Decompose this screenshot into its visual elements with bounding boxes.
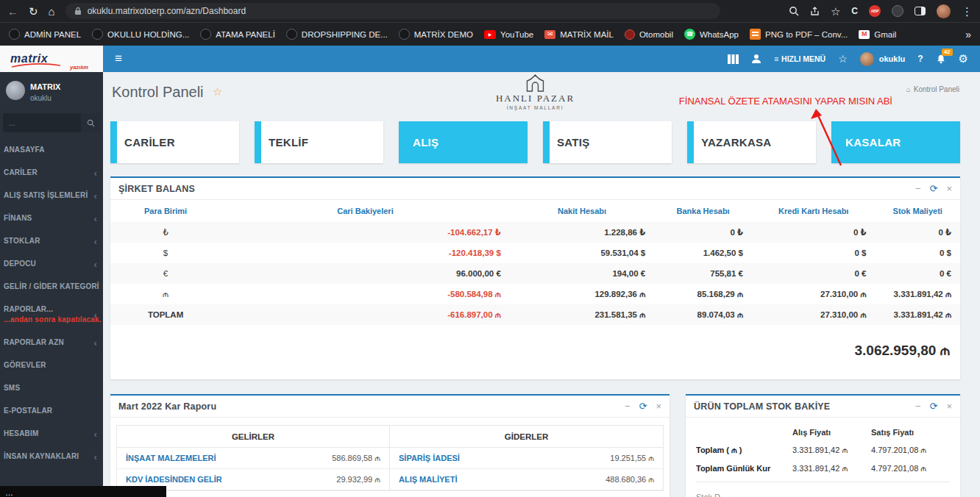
navbar-actions: ≡ HIZLI MENÜ ☆ okuklu ? 42 ⚙ <box>728 52 980 66</box>
close-icon[interactable]: × <box>946 184 952 193</box>
help-icon[interactable]: ? <box>917 54 923 64</box>
bookmark-okullu-holding[interactable]: OKULLU HOLDİNG... <box>92 29 189 40</box>
bookmark-png-to-pdf[interactable]: PNG to PDF – Conv... <box>750 29 848 40</box>
sidebar-item-hesabim[interactable]: HESABIM‹ <box>0 422 103 445</box>
kar-table: GELİRLER İNŞAAT MALZEMELERİ 586.869,58 ₼… <box>116 425 664 491</box>
gider-link[interactable]: ALIŞ MALİYETİ <box>399 475 457 484</box>
sidebar-toggle-icon[interactable]: ≡ <box>115 51 122 66</box>
table-row-eur: € 96.000,00 € 194,00 € 755,81 € 0 € 0 € <box>110 263 960 284</box>
panel-header: ÜRÜN TOPLAM STOK BAKİYE − ⟳ × <box>686 396 960 418</box>
bookmark-atama-paneli[interactable]: ATAMA PANELİ <box>200 29 275 40</box>
sidebar-item-insan-kaynaklari[interactable]: İNSAN KAYNAKLARI‹ <box>0 445 103 468</box>
whatsapp-icon: ☎ <box>684 29 695 40</box>
tile-teklif[interactable]: TEKLİF <box>255 121 383 163</box>
sidebar-item-raporlar[interactable]: RAPORLAR... ‹ ...andan sonra kapatılacak… <box>0 298 103 331</box>
user-icon[interactable] <box>751 54 761 64</box>
browser-profile-avatar[interactable] <box>937 4 951 18</box>
tile-alis[interactable]: ALIŞ <box>399 121 528 163</box>
table-row-toplam: TOPLAM -616.897,00 ₼ 231.581,35 ₼ 89.074… <box>110 304 960 325</box>
sidebar-item-cariler[interactable]: CARİLER‹ <box>0 161 103 184</box>
refresh-icon[interactable]: ↻ <box>29 6 38 17</box>
bookmark-star-icon[interactable]: ☆ <box>831 6 840 17</box>
home-icon[interactable]: ⌂ <box>49 6 55 17</box>
matrix-logo[interactable]: matrix yazılım <box>0 46 103 72</box>
sidebar: MATRIX okuklu ANASAYFA CARİLER‹ ALIŞ SAT… <box>0 72 103 497</box>
browser-menu-icon[interactable]: ⋮ <box>962 6 973 17</box>
sidebar-item-gorevler[interactable]: GÖREVLER <box>0 354 103 376</box>
bookmark-whatsapp[interactable]: ☎ WhatsApp <box>684 29 739 40</box>
table-row-usd: $ -120.418,39 $ 59.531,04 $ 1.462,50 $ 0… <box>110 243 960 263</box>
columns-icon[interactable] <box>728 54 739 64</box>
extension-dark-icon[interactable] <box>892 5 903 17</box>
tile-kasalar[interactable]: KASALAR <box>831 121 960 163</box>
tile-cariler[interactable]: CARİLER <box>110 121 239 163</box>
sidebar-item-gelir-gider[interactable]: GELİR / GİDER KATEGORİ <box>0 275 103 298</box>
user-avatar <box>860 52 874 66</box>
sidebar-item-stoklar[interactable]: STOKLAR‹ <box>0 229 103 252</box>
sidebar-user-panel[interactable]: MATRIX okuklu <box>0 72 103 104</box>
share-icon[interactable] <box>810 7 820 16</box>
table-row-azn: ₼ -580.584,98 ₼ 129.892,36 ₼ 85.168,29 ₼… <box>110 284 960 304</box>
tile-yazarkasa[interactable]: YAZARKASA <box>687 121 816 163</box>
browser-actions: ☆ C ABP ⋮ <box>789 4 973 18</box>
quick-menu-button[interactable]: ≡ HIZLI MENÜ <box>774 54 825 63</box>
minimize-icon[interactable]: − <box>915 184 921 193</box>
chevron-left-icon: ‹ <box>93 309 97 320</box>
refresh-icon[interactable]: ⟳ <box>930 184 938 193</box>
gelirler-column: GELİRLER İNŞAAT MALZEMELERİ 586.869,58 ₼… <box>117 426 390 490</box>
table-header-row: Para Birimi Cari Bakiyeleri Nakit Hesabı… <box>110 200 960 222</box>
favorites-star-icon[interactable]: ☆ <box>838 53 848 65</box>
sidebar-item-alis-satis[interactable]: ALIŞ SATIŞ İŞLEMLERİ‹ <box>0 184 103 207</box>
extension-c-icon[interactable]: C <box>851 6 858 16</box>
panel-header: Mart 2022 Kar Raporu − ⟳ × <box>110 396 670 418</box>
settings-gear-icon[interactable]: ⚙ <box>959 52 968 65</box>
account-menu[interactable]: okuklu <box>860 52 905 66</box>
side-panel-icon[interactable] <box>915 7 926 15</box>
chevron-left-icon: ‹ <box>93 212 97 224</box>
sidebar-item-raporlar-azn[interactable]: RAPORLAR AZN‹ <box>0 331 103 354</box>
bookmark-dropshipping[interactable]: DROPSHIPPING DE... <box>286 29 388 40</box>
bookmark-matrix-mail[interactable]: ✉ MATRİX MAİL <box>544 30 614 39</box>
bookmark-admin-panel[interactable]: ADMİN PANEL <box>9 29 81 40</box>
list-item: ALIŞ MALİYETİ 488.680,36 ₼ <box>390 469 663 490</box>
sidebar-menu: ANASAYFA CARİLER‹ ALIŞ SATIŞ İŞLEMLERİ‹ … <box>0 138 103 468</box>
bookmark-otomobil[interactable]: Otomobil <box>625 29 673 40</box>
back-icon[interactable]: ← <box>7 6 18 17</box>
sidebar-item-sms[interactable]: SMS <box>0 376 103 399</box>
refresh-icon[interactable]: ⟳ <box>930 401 938 411</box>
sidebar-item-anasayfa[interactable]: ANASAYFA <box>0 138 103 161</box>
refresh-icon[interactable]: ⟳ <box>639 401 647 411</box>
kar-raporu-panel: Mart 2022 Kar Raporu − ⟳ × GELİRLER İNŞA… <box>110 394 670 497</box>
panel-tools: − ⟳ × <box>915 401 952 411</box>
sidebar-item-depocu[interactable]: DEPOCU‹ <box>0 252 103 275</box>
sidebar-search-button[interactable] <box>81 113 100 132</box>
tile-satis[interactable]: SATIŞ <box>543 121 672 163</box>
breadcrumb[interactable]: ⌂ Kontrol Paneli <box>906 85 959 93</box>
grand-total: 3.062.959,80 ₼ <box>110 325 960 379</box>
minimize-icon[interactable]: − <box>625 401 631 411</box>
chevron-left-icon: ‹ <box>93 428 97 439</box>
notifications-bell-icon[interactable]: 42 <box>936 54 946 65</box>
bookmark-gmail[interactable]: M Gmail <box>859 30 896 39</box>
url-text: okuklu.matrixotoerp.com/azn/Dashboard <box>88 6 246 16</box>
bookmarks-overflow-icon[interactable]: » <box>965 29 971 40</box>
bookmark-matrix-demo[interactable]: MATRİX DEMO <box>399 29 473 40</box>
giderler-column: GİDERLER SİPARİŞ İADESİ 19.251,55 ₼ ALIŞ… <box>390 426 663 490</box>
sidebar-item-epostalar[interactable]: E-POSTALAR <box>0 399 103 422</box>
minimize-icon[interactable]: − <box>915 401 921 411</box>
gider-link[interactable]: SİPARİŞ İADESİ <box>399 454 460 462</box>
page-title: Kontrol Paneli <box>112 84 204 101</box>
sidebar-item-finans[interactable]: FİNANS‹ <box>0 207 103 229</box>
list-item: SİPARİŞ İADESİ 19.251,55 ₼ <box>390 448 663 469</box>
sirket-balans-panel: ŞİRKET BALANS − ⟳ × Para Birimi Cari Bak… <box>110 176 960 379</box>
address-bar[interactable]: okuklu.matrixotoerp.com/azn/Dashboard <box>65 3 720 19</box>
search-icon[interactable] <box>789 6 799 16</box>
close-icon[interactable]: × <box>946 401 952 411</box>
favorite-star-icon[interactable]: ☆ <box>213 85 222 98</box>
close-icon[interactable]: × <box>656 401 661 411</box>
gelir-link[interactable]: İNŞAAT MALZEMELERİ <box>126 454 216 462</box>
gelir-link[interactable]: KDV İADESİNDEN GELİR <box>126 475 222 484</box>
adblock-icon[interactable]: ABP <box>869 5 881 17</box>
shortcut-tiles: CARİLER TEKLİF ALIŞ SATIŞ YAZARKASA KASA… <box>110 121 960 163</box>
bookmark-youtube[interactable]: ▶ YouTube <box>484 30 533 39</box>
